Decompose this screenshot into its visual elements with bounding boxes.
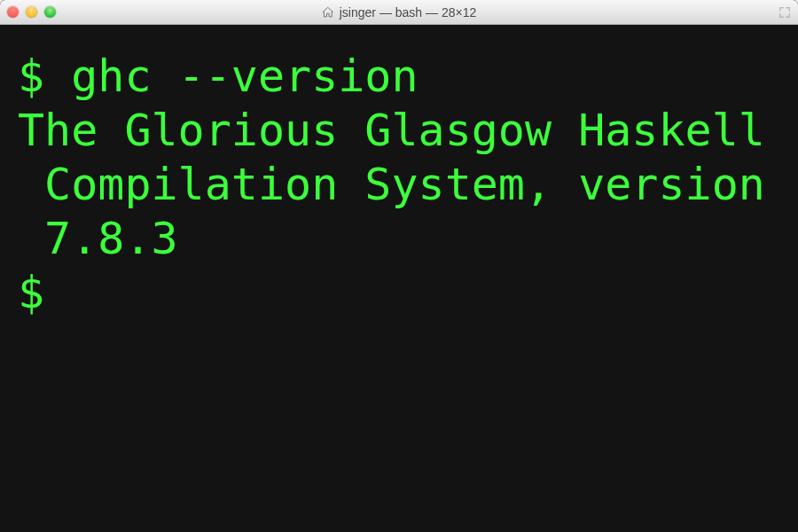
output-line: Compilation System, version — [18, 158, 780, 212]
command-text: ghc --version — [71, 51, 418, 102]
expand-icon[interactable] — [778, 6, 791, 19]
output-text: The Glorious Glasgow Haskell — [18, 105, 765, 156]
minimize-button[interactable] — [26, 6, 37, 18]
maximize-button[interactable] — [44, 6, 56, 18]
window-title-text: jsinger — bash — 28×12 — [340, 5, 476, 20]
prompt-line: $ — [18, 266, 780, 320]
output-text: 7.8.3 — [18, 213, 178, 264]
output-line: The Glorious Glasgow Haskell — [18, 104, 780, 158]
titlebar[interactable]: jsinger — bash — 28×12 — [0, 0, 798, 25]
terminal-body[interactable]: $ ghc --versionThe Glorious Glasgow Hask… — [0, 25, 798, 532]
prompt-line: $ ghc --version — [18, 50, 780, 104]
traffic-lights — [7, 6, 56, 18]
terminal-window: jsinger — bash — 28×12 $ ghc --versionTh… — [0, 0, 798, 532]
output-line: 7.8.3 — [18, 212, 780, 266]
output-text: Compilation System, version — [18, 159, 765, 210]
prompt-symbol: $ — [18, 51, 71, 102]
close-button[interactable] — [7, 6, 19, 18]
window-title: jsinger — bash — 28×12 — [322, 5, 476, 20]
prompt-symbol: $ — [18, 267, 71, 318]
home-icon — [322, 6, 334, 19]
